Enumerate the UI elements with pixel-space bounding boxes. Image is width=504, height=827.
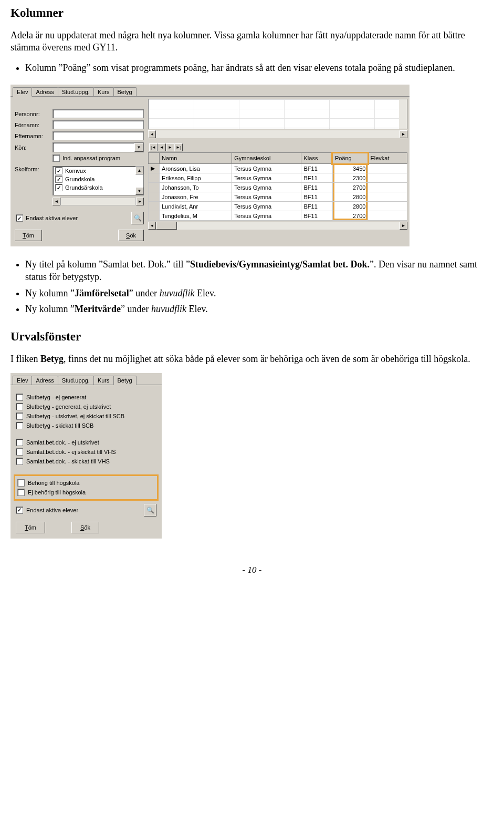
table-row[interactable]: ▶Aronsson, LisaTersus GymnaBF113450	[149, 164, 407, 173]
scroll-left-icon[interactable]: ◄	[148, 222, 156, 230]
tab-kurs[interactable]: Kurs	[93, 376, 114, 385]
checkbox[interactable]	[16, 394, 23, 401]
scroll-track[interactable]	[177, 222, 400, 230]
table-row[interactable]: Johansson, ToTersus GymnaBF112700	[149, 183, 407, 192]
scroll-track[interactable]	[60, 198, 136, 205]
heading-kolumner: Kolumner	[10, 6, 494, 20]
tab-studuppg[interactable]: Stud.uppg.	[58, 87, 94, 96]
col-elevkat[interactable]: Elevkat	[368, 153, 407, 164]
row-marker	[149, 183, 160, 192]
scroll-right-icon[interactable]: ►	[400, 222, 407, 230]
chevron-down-icon: ▼	[134, 143, 143, 152]
input-efternamn[interactable]	[52, 131, 144, 140]
checkbox-endast-aktiva[interactable]: ✓	[16, 214, 23, 222]
label-ej-behorig: Ej behörig till högskola	[28, 489, 86, 495]
checkbox-ind-anpassat[interactable]	[52, 154, 60, 162]
checkbox[interactable]	[16, 412, 23, 420]
tab-adress[interactable]: Adress	[32, 87, 58, 96]
cell-gymnasieskola: Tersus Gymna	[232, 211, 301, 221]
col-poang[interactable]: Poäng	[332, 153, 368, 164]
checkbox-behorig[interactable]	[17, 479, 25, 487]
col-klass[interactable]: Klass	[301, 153, 332, 164]
scroll-right-icon[interactable]: ►	[400, 130, 407, 138]
tab-kurs[interactable]: Kurs	[93, 87, 114, 96]
cell-poang: 3450	[332, 164, 368, 173]
magnifier-icon[interactable]: 🔍	[131, 212, 144, 224]
label-endast-aktiva: Endast aktiva elever	[26, 215, 78, 221]
tom-button[interactable]: Töm	[15, 230, 42, 241]
cell-klass: BF11	[301, 202, 332, 211]
scroll-left-icon[interactable]: ◄	[52, 198, 60, 205]
skolform-item-0: Komvux	[65, 168, 86, 174]
checkbox-ej-behorig[interactable]	[17, 489, 25, 496]
cell-klass: BF11	[301, 183, 332, 192]
scroll-left-icon[interactable]: ◄	[148, 130, 156, 138]
tab-betyg[interactable]: Betyg	[113, 87, 136, 96]
table-row[interactable]: Lundkvist, AnrTersus GymnaBF112800	[149, 202, 407, 211]
magnifier-icon[interactable]: 🔍	[144, 504, 156, 516]
cell-namn: Johansson, To	[160, 183, 232, 192]
tab-adress[interactable]: Adress	[32, 376, 58, 385]
urval-paragraph: I fliken Betyg, finns det nu möjlighet a…	[10, 353, 494, 365]
checkbox-komvux[interactable]: ✓	[55, 167, 62, 174]
chk-row: Samlat.bet.dok. - ej utskrivet	[16, 439, 156, 446]
scroll-up-icon[interactable]: ▲	[135, 167, 143, 174]
cell-klass: BF11	[301, 164, 332, 173]
nav-last-icon[interactable]: ►|	[174, 143, 183, 151]
cell-gymnasieskola: Tersus Gymna	[232, 164, 301, 173]
tom-button[interactable]: Töm	[16, 522, 45, 533]
tab-betyg[interactable]: Betyg	[113, 376, 136, 385]
checkbox-grundsarskola[interactable]: ✓	[55, 184, 62, 191]
cell-poang: 2300	[332, 173, 368, 183]
row-marker	[149, 211, 160, 221]
vscroll-icon[interactable]	[399, 99, 407, 129]
checkbox-grundskola[interactable]: ✓	[55, 175, 62, 183]
bullet-titel: Ny titel på kolumn ”Samlat bet. Dok.” ti…	[25, 258, 494, 284]
screenshot-filter-panel: Elev Adress Stud.uppg. Kurs Betyg Slutbe…	[10, 373, 162, 539]
sok-button[interactable]: Sök	[118, 230, 144, 241]
skolform-item-2: Grundsärskola	[65, 184, 103, 191]
tabs-row: Elev Adress Stud.uppg. Kurs Betyg	[10, 373, 162, 385]
label-kon: Kön:	[15, 144, 52, 151]
chk-row: Samlat.bet.dok. - skickat till VHS	[16, 458, 156, 465]
chk-label: Slutbetyg - utskrivet, ej skickat till S…	[26, 413, 124, 419]
checkbox[interactable]	[16, 422, 23, 429]
label-behorig: Behörig till högskola	[28, 480, 79, 486]
input-fornamn[interactable]	[52, 120, 144, 129]
cell-poang: 2800	[332, 192, 368, 202]
nav-prev-icon[interactable]: ◄	[158, 143, 166, 151]
tab-elev[interactable]: Elev	[13, 376, 32, 385]
tabs-row: Elev Adress Stud.uppg. Kurs Betyg	[10, 85, 410, 96]
label-ind-anpassat: Ind. anpassat program	[62, 155, 120, 161]
tab-studuppg[interactable]: Stud.uppg.	[58, 376, 94, 385]
listbox-skolform[interactable]: ✓Komvux ✓Grundskola ✓Grundsärskola ▲ ▼	[52, 166, 144, 195]
row-marker: ▶	[149, 164, 160, 173]
scroll-down-icon[interactable]: ▼	[135, 187, 143, 195]
table-row[interactable]: Eriksson, FilippTersus GymnaBF112300	[149, 173, 407, 183]
checkbox[interactable]	[16, 458, 23, 465]
scroll-right-icon[interactable]: ►	[136, 198, 144, 205]
row-marker-header	[149, 153, 160, 164]
label-personnr: Personnr:	[15, 111, 52, 117]
tab-elev[interactable]: Elev	[13, 87, 32, 97]
nav-first-icon[interactable]: |◄	[149, 143, 158, 151]
checkbox-endast-aktiva[interactable]: ✓	[16, 506, 23, 514]
nav-next-icon[interactable]: ►	[166, 143, 174, 151]
combo-kon[interactable]: ▼	[52, 142, 144, 152]
table-row[interactable]: Jonasson, FreTersus GymnaBF112800	[149, 192, 407, 202]
blank-grid	[148, 99, 407, 129]
scroll-thumb[interactable]	[156, 222, 177, 230]
table-row[interactable]: Tengdelius, MTersus GymnaBF112700	[149, 211, 407, 221]
chk-label: Slutbetyg - ej genererat	[26, 394, 86, 400]
checkbox[interactable]	[16, 403, 23, 410]
bullet-jamforelsetal: Ny kolumn ”Jämförelsetal” under huvudfli…	[25, 287, 494, 299]
checkbox[interactable]	[16, 439, 23, 446]
scroll-track[interactable]	[156, 130, 400, 138]
col-gymnasieskola[interactable]: Gymnasieskol	[232, 153, 301, 164]
chk-row: Slutbetyg - utskrivet, ej skickat till S…	[16, 412, 156, 420]
chk-row-ej-behorig: Ej behörig till högskola	[17, 489, 155, 496]
col-namn[interactable]: Namn	[160, 153, 232, 164]
checkbox[interactable]	[16, 448, 23, 456]
sok-button[interactable]: Sök	[71, 522, 99, 533]
input-personnr[interactable]	[52, 109, 144, 118]
